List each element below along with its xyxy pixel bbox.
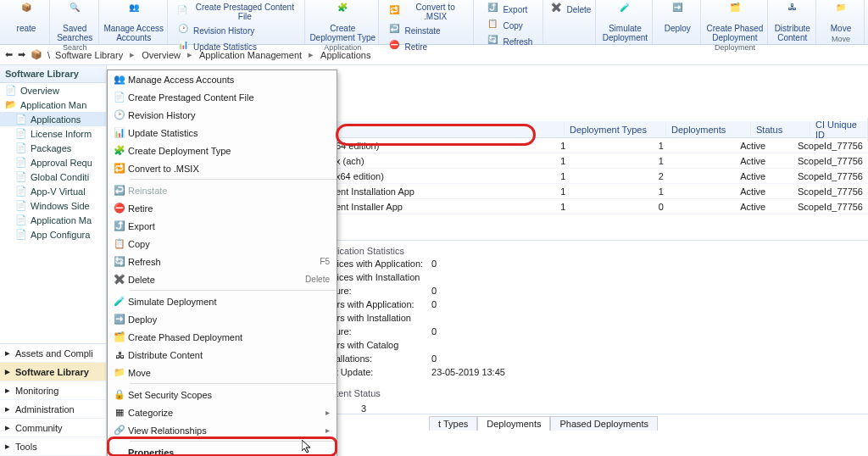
ctx-export[interactable]: ⤴️Export [108, 217, 337, 235]
nav-item[interactable]: 📄Applications [0, 112, 106, 126]
nav-pane[interactable]: ▸Software Library [0, 363, 106, 381]
cursor-icon [302, 440, 315, 453]
create-prestaged-button[interactable]: 📄Create Prestaged Content File [175, 2, 299, 22]
ribbon: 📦reate 🔍Saved Searches Search 👥Manage Ac… [0, 0, 868, 45]
copy-button[interactable]: 📋Copy [484, 18, 534, 33]
bc-3[interactable]: Applications [320, 50, 370, 60]
convert-msix-button[interactable]: 🔁Convert to .MSIX [386, 2, 468, 22]
revision-history-button[interactable]: 🕑Revision History [175, 23, 299, 38]
export-button[interactable]: ⤴️Export [484, 2, 534, 17]
ctx-view-relationships[interactable]: 🔗View Relationships▸ [108, 421, 337, 439]
ctx-simulate-deployment[interactable]: 🧪Simulate Deployment [108, 292, 337, 310]
nav-pane[interactable]: ▸Assets and Compli [0, 344, 106, 363]
bc-1[interactable]: Overview [142, 50, 181, 60]
tab-types[interactable]: t Types [429, 416, 477, 431]
bc-2[interactable]: Application Management [199, 50, 302, 60]
reinstate-button[interactable]: ↩️Reinstate [386, 23, 468, 38]
tab-deployments[interactable]: Deployments [477, 416, 550, 431]
nav-item[interactable]: 📄Global Conditi [0, 170, 106, 184]
col-dt[interactable]: Deployment Types [565, 123, 666, 136]
content-status-hdr: Content Status [319, 388, 514, 398]
refresh-button[interactable]: 🔄Refresh [484, 34, 534, 49]
col-ci[interactable]: CI Unique ID [810, 118, 868, 142]
nav-item[interactable]: 📂Application Man [0, 97, 106, 112]
ctx-refresh[interactable]: 🔄RefreshF5 [108, 253, 337, 270]
ctx-delete[interactable]: ✖️DeleteDelete [108, 270, 337, 288]
nav-item[interactable]: 📄App-V Virtual [0, 184, 106, 198]
delete-button[interactable]: ✖️Delete [548, 2, 593, 17]
nav-header: Software Library [0, 65, 106, 83]
nav-item[interactable]: 📄License Inform [0, 126, 106, 141]
nav-pane[interactable]: ▸Administration [0, 400, 106, 419]
nav-panel: Software Library 📄Overview📂Application M… [0, 65, 107, 456]
ctx-create-phased-deployment[interactable]: 🗂️Create Phased Deployment [108, 328, 337, 346]
deploy-button[interactable]: ➡️Deploy [661, 2, 694, 34]
ctx-create-deployment-type[interactable]: 🧩Create Deployment Type [108, 142, 337, 159]
stats-table: Devices with Application:0Devices with I… [319, 256, 514, 380]
retire-button[interactable]: ⛔Retire [386, 39, 468, 54]
nav-item[interactable]: 📄Windows Side [0, 198, 106, 213]
ctx-create-prestaged-content-file[interactable]: 📄Create Prestaged Content File [108, 88, 337, 106]
ctx-retire[interactable]: ⛔Retire [108, 199, 337, 217]
nav-item[interactable]: 📄App Configura [0, 227, 106, 242]
ctx-move[interactable]: 📁Move [108, 364, 337, 381]
col-stat[interactable]: Status [751, 123, 810, 136]
nav-pane[interactable]: ▸Community [0, 419, 106, 437]
stats-header: Application Statistics [319, 246, 514, 256]
ctx-set-security-scopes[interactable]: 🔒Set Security Scopes [108, 386, 337, 403]
ctx-update-statistics[interactable]: 📊Update Statistics [108, 124, 337, 142]
svg-marker-0 [302, 440, 310, 453]
context-menu: 👥Manage Access Accounts📄Create Prestaged… [107, 70, 337, 456]
ribbon-group-deploy: Deployment [715, 43, 755, 52]
dist-content-button[interactable]: 🖧Distribute Content [771, 2, 814, 43]
create-phased-button[interactable]: 🗂️Create Phased Deployment [704, 2, 767, 43]
nav-item[interactable]: 📄Approval Requ [0, 155, 106, 170]
tab-phased[interactable]: Phased Deployments [550, 416, 658, 431]
bc-0[interactable]: Software Library [55, 50, 123, 60]
nav-pane[interactable]: ▸Tools [0, 437, 106, 456]
ctx-deploy[interactable]: ➡️Deploy [108, 310, 337, 328]
move-button[interactable]: 📁Move [826, 2, 856, 34]
nav-item[interactable]: 📄Application Ma [0, 213, 106, 227]
create-dt-button[interactable]: 🧩Create Deployment Type [306, 2, 379, 43]
back-icon[interactable]: ⬅ [5, 49, 13, 60]
nav-item[interactable]: 📄Overview [0, 83, 106, 97]
ctx-copy[interactable]: 📋Copy [108, 235, 337, 253]
create-button[interactable]: 📦reate [11, 2, 42, 34]
ctx-reinstate: ↩️Reinstate [108, 181, 337, 199]
col-dep[interactable]: Deployments [666, 123, 751, 136]
sim-deploy-button[interactable]: 🧪Simulate Deployment [599, 2, 651, 43]
nav-item[interactable]: 📄Packages [0, 141, 106, 155]
manage-access-button[interactable]: 👥Manage Access Accounts [100, 2, 167, 43]
ctx-revision-history[interactable]: 🕑Revision History [108, 106, 337, 124]
saved-searches-button[interactable]: 🔍Saved Searches [53, 2, 96, 43]
ctx-manage-access-accounts[interactable]: 👥Manage Access Accounts [108, 70, 337, 88]
ctx-categorize[interactable]: ▦Categorize▸ [108, 403, 337, 421]
fwd-icon[interactable]: ➡ [18, 49, 25, 60]
ribbon-group-move: Move [832, 35, 850, 43]
ctx-distribute-content[interactable]: 🖧Distribute Content [108, 346, 337, 364]
ctx-convert-to-msix[interactable]: 🔁Convert to .MSIX [108, 159, 337, 177]
nav-pane[interactable]: ▸Monitoring [0, 381, 106, 400]
